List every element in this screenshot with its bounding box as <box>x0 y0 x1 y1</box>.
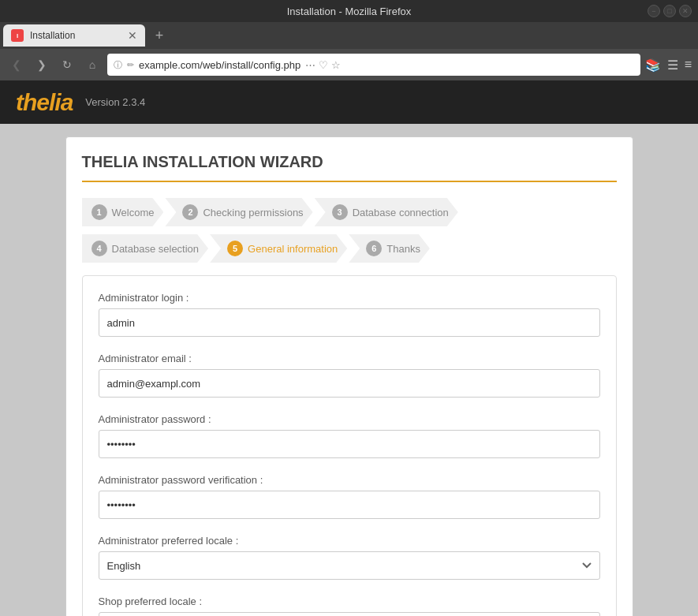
admin-password-label: Administrator password : <box>99 413 600 425</box>
minimize-button[interactable]: − <box>648 5 660 17</box>
lock-icon: ✏ <box>127 60 134 70</box>
step-6-num: 6 <box>366 241 382 256</box>
step-1-welcome[interactable]: 1 Welcome <box>82 198 164 226</box>
active-tab[interactable]: I Installation ✕ <box>3 24 145 47</box>
tab-close-button[interactable]: ✕ <box>128 29 137 42</box>
step-5-general-info[interactable]: 5 General information <box>210 234 347 263</box>
window-controls: − □ ✕ <box>648 5 692 17</box>
browser-menu-right: 📚 ☰ ≡ <box>645 58 692 73</box>
window-title: Installation - Mozilla Firefox <box>287 6 412 17</box>
url-domain: example.com <box>139 59 200 71</box>
step-2-label: Checking permissions <box>203 207 303 218</box>
step-3-label: Database connection <box>353 207 449 218</box>
hamburger-icon[interactable]: ≡ <box>685 58 692 72</box>
new-tab-button[interactable]: + <box>148 24 170 47</box>
wizard-title: THELIA INSTALLATION WIZARD <box>82 153 617 182</box>
step-3-num: 3 <box>332 204 348 220</box>
app-logo: thelia <box>16 89 73 116</box>
back-button[interactable]: ❮ <box>6 54 27 75</box>
app-header: thelia Version 2.3.4 <box>0 80 698 124</box>
step-4-num: 4 <box>91 241 107 256</box>
admin-login-input[interactable] <box>99 308 600 337</box>
bookmark-icon[interactable]: ♡ <box>319 59 328 71</box>
step-6-thanks[interactable]: 6 Thanks <box>349 234 430 263</box>
tab-favicon: I <box>11 29 24 42</box>
step-6-label: Thanks <box>386 243 420 255</box>
url-text: example.com/web/install/config.php <box>139 59 300 71</box>
admin-login-label: Administrator login : <box>99 292 600 304</box>
step-4-label: Database selection <box>112 243 200 255</box>
url-path: /web/install/config.php <box>200 59 300 71</box>
step-2-checking[interactable]: 2 Checking permissions <box>165 198 312 226</box>
tab-bar: I Installation ✕ + <box>0 22 698 49</box>
admin-password-verify-label: Administrator password verification : <box>99 474 600 486</box>
steps-row-1: 1 Welcome 2 Checking permissions 3 Datab… <box>82 198 617 226</box>
sidebar-icon[interactable]: ☰ <box>667 58 678 73</box>
step-1-num: 1 <box>91 204 107 220</box>
admin-login-group: Administrator login : <box>99 292 600 337</box>
admin-locale-label: Administrator preferred locale : <box>99 535 600 547</box>
main-content: THELIA INSTALLATION WIZARD 1 Welcome 2 C… <box>0 124 698 616</box>
step-5-label: General information <box>248 243 338 255</box>
admin-password-input[interactable] <box>99 430 600 458</box>
shop-locale-label: Shop preferred locale : <box>99 595 600 607</box>
step-4-db-selection[interactable]: 4 Database selection <box>82 234 209 263</box>
admin-password-group: Administrator password : <box>99 413 600 458</box>
admin-locale-select[interactable]: English French German Spanish Italian <box>99 551 600 580</box>
admin-locale-group: Administrator preferred locale : English… <box>99 535 600 580</box>
admin-email-group: Administrator email : <box>99 353 600 398</box>
app-version: Version 2.3.4 <box>85 96 145 108</box>
shop-locale-select[interactable]: English French German Spanish Italian <box>99 612 600 616</box>
admin-email-label: Administrator email : <box>99 353 600 364</box>
shop-locale-group: Shop preferred locale : English French G… <box>99 595 600 616</box>
url-actions: ⋯ ♡ ☆ <box>305 59 341 71</box>
admin-email-input[interactable] <box>99 369 600 398</box>
maximize-button[interactable]: □ <box>663 5 676 17</box>
step-2-num: 2 <box>182 204 198 220</box>
info-icon: ⓘ <box>114 59 122 71</box>
wizard-container: THELIA INSTALLATION WIZARD 1 Welcome 2 C… <box>65 136 633 616</box>
form-container: Administrator login : Administrator emai… <box>82 275 617 616</box>
steps-row-2: 4 Database selection 5 General informati… <box>82 234 617 263</box>
home-button[interactable]: ⌂ <box>82 54 103 75</box>
admin-password-verify-group: Administrator password verification : <box>99 474 600 519</box>
reload-button[interactable]: ↻ <box>57 54 77 75</box>
step-3-db-connection[interactable]: 3 Database connection <box>315 198 458 226</box>
more-url-button[interactable]: ⋯ <box>305 59 315 71</box>
title-bar: Installation - Mozilla Firefox − □ ✕ <box>0 0 698 22</box>
step-5-num: 5 <box>227 241 243 256</box>
star-icon[interactable]: ☆ <box>331 59 341 71</box>
address-bar: ❮ ❯ ↻ ⌂ ⓘ ✏ example.com/web/install/conf… <box>0 49 698 80</box>
bookmarks-icon[interactable]: 📚 <box>645 58 661 73</box>
admin-password-verify-input[interactable] <box>99 491 600 519</box>
tab-title: Installation <box>30 30 121 41</box>
url-bar[interactable]: ⓘ ✏ example.com/web/install/config.php ⋯… <box>107 54 640 76</box>
close-button[interactable]: ✕ <box>679 5 692 17</box>
step-1-label: Welcome <box>112 207 155 218</box>
forward-button[interactable]: ❯ <box>32 54 52 75</box>
